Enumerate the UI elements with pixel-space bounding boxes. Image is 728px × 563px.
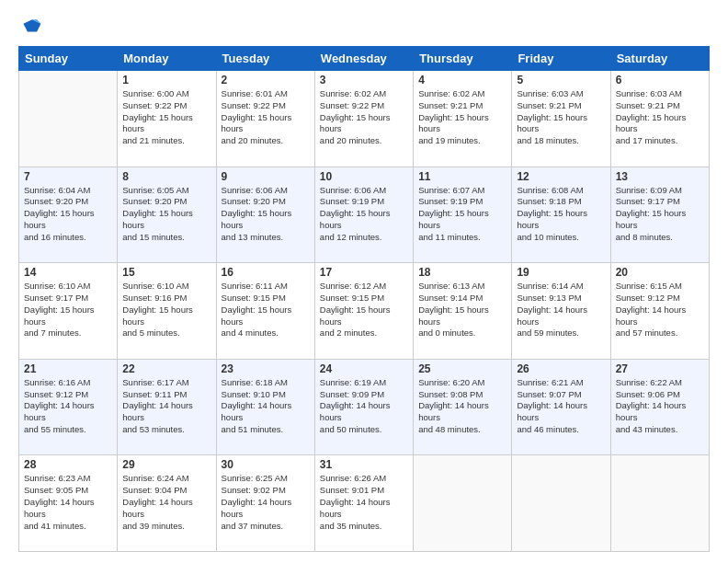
- calendar-cell: 2Sunrise: 6:01 AMSunset: 9:22 PMDaylight…: [216, 71, 314, 167]
- sunset-text: Sunset: 9:18 PM: [517, 196, 581, 206]
- daylight-text: Daylight: 15 hours hours: [517, 208, 587, 230]
- daylight-continued: and 20 minutes.: [320, 135, 382, 145]
- calendar-cell: 23Sunrise: 6:18 AMSunset: 9:10 PMDayligh…: [216, 359, 314, 455]
- daylight-text: Daylight: 14 hours hours: [122, 400, 193, 422]
- sunrise-text: Sunrise: 6:03 AM: [616, 88, 682, 98]
- daylight-continued: and 0 minutes.: [418, 327, 475, 338]
- daylight-continued: and 37 minutes.: [222, 521, 284, 531]
- sunrise-text: Sunrise: 6:08 AM: [517, 185, 583, 195]
- sunrise-text: Sunrise: 6:26 AM: [320, 473, 386, 483]
- sunrise-text: Sunrise: 6:09 AM: [616, 185, 682, 195]
- daylight-text: Daylight: 14 hours hours: [517, 304, 587, 327]
- calendar-week-row: 1Sunrise: 6:00 AMSunset: 9:22 PMDaylight…: [19, 71, 710, 167]
- calendar-cell: 30Sunrise: 6:25 AMSunset: 9:02 PMDayligh…: [216, 455, 314, 552]
- daylight-text: Daylight: 15 hours hours: [418, 112, 489, 134]
- calendar-week-row: 21Sunrise: 6:16 AMSunset: 9:12 PMDayligh…: [19, 359, 710, 455]
- daylight-text: Daylight: 14 hours hours: [418, 400, 489, 422]
- calendar-cell: 10Sunrise: 6:06 AMSunset: 9:19 PMDayligh…: [314, 167, 413, 263]
- daylight-text: Daylight: 15 hours hours: [222, 304, 292, 327]
- sunrise-text: Sunrise: 6:10 AM: [24, 281, 90, 291]
- sunrise-text: Sunrise: 6:20 AM: [418, 377, 484, 387]
- daylight-text: Daylight: 14 hours hours: [222, 497, 292, 519]
- day-number: 24: [320, 362, 408, 375]
- daylight-continued: and 46 minutes.: [517, 424, 579, 434]
- sunset-text: Sunset: 9:01 PM: [320, 485, 384, 495]
- daylight-continued: and 18 minutes.: [517, 135, 579, 145]
- daylight-text: Daylight: 15 hours hours: [320, 112, 391, 134]
- daylight-continued: and 5 minutes.: [122, 327, 179, 338]
- day-number: 21: [24, 362, 112, 375]
- sunset-text: Sunset: 9:12 PM: [24, 389, 88, 399]
- sunset-text: Sunset: 9:15 PM: [320, 293, 384, 303]
- calendar-cell: 11Sunrise: 6:07 AMSunset: 9:19 PMDayligh…: [414, 167, 512, 263]
- daylight-continued: and 41 minutes.: [24, 521, 86, 531]
- sunset-text: Sunset: 9:22 PM: [320, 100, 384, 110]
- daylight-text: Daylight: 15 hours hours: [616, 112, 687, 134]
- day-info: Sunrise: 6:10 AMSunset: 9:16 PMDaylight:…: [122, 281, 210, 339]
- daylight-continued: and 13 minutes.: [222, 232, 284, 242]
- sunset-text: Sunset: 9:02 PM: [222, 485, 286, 495]
- calendar-header-row: SundayMondayTuesdayWednesdayThursdayFrid…: [19, 47, 710, 71]
- sunrise-text: Sunrise: 6:23 AM: [24, 473, 90, 483]
- daylight-text: Daylight: 15 hours hours: [418, 208, 489, 230]
- sunrise-text: Sunrise: 6:11 AM: [222, 281, 288, 291]
- day-number: 12: [517, 170, 605, 183]
- sunset-text: Sunset: 9:07 PM: [517, 389, 581, 399]
- calendar-cell: 9Sunrise: 6:06 AMSunset: 9:20 PMDaylight…: [216, 167, 314, 263]
- daylight-text: Daylight: 15 hours hours: [122, 112, 193, 134]
- sunrise-text: Sunrise: 6:10 AM: [122, 281, 188, 291]
- calendar-cell: [19, 71, 118, 167]
- day-number: 10: [320, 170, 408, 183]
- sunrise-text: Sunrise: 6:18 AM: [222, 377, 288, 387]
- day-number: 19: [517, 266, 605, 279]
- daylight-text: Daylight: 15 hours hours: [418, 304, 489, 327]
- day-info: Sunrise: 6:06 AMSunset: 9:19 PMDaylight:…: [320, 185, 408, 244]
- day-number: 18: [418, 266, 506, 279]
- daylight-text: Daylight: 15 hours hours: [320, 208, 391, 230]
- daylight-continued: and 43 minutes.: [616, 424, 678, 434]
- daylight-continued: and 59 minutes.: [517, 327, 579, 338]
- day-number: 1: [122, 74, 210, 86]
- daylight-text: Daylight: 14 hours hours: [24, 400, 95, 422]
- calendar-cell: 3Sunrise: 6:02 AMSunset: 9:22 PMDaylight…: [314, 71, 413, 167]
- calendar-cell: [610, 455, 709, 552]
- sunset-text: Sunset: 9:10 PM: [222, 389, 286, 399]
- sunrise-text: Sunrise: 6:25 AM: [222, 473, 288, 483]
- day-number: 31: [320, 458, 408, 471]
- daylight-continued: and 17 minutes.: [616, 135, 678, 145]
- calendar-cell: 6Sunrise: 6:03 AMSunset: 9:21 PMDaylight…: [610, 71, 709, 167]
- daylight-continued: and 55 minutes.: [24, 424, 86, 434]
- logo-icon: [22, 17, 42, 37]
- calendar-cell: 14Sunrise: 6:10 AMSunset: 9:17 PMDayligh…: [19, 263, 118, 360]
- sunset-text: Sunset: 9:05 PM: [24, 485, 88, 495]
- col-header-friday: Friday: [512, 47, 610, 71]
- col-header-monday: Monday: [118, 47, 216, 71]
- daylight-continued: and 15 minutes.: [122, 232, 185, 242]
- sunset-text: Sunset: 9:12 PM: [616, 293, 680, 303]
- day-info: Sunrise: 6:02 AMSunset: 9:21 PMDaylight:…: [418, 88, 506, 147]
- day-number: 4: [418, 74, 506, 86]
- day-info: Sunrise: 6:01 AMSunset: 9:22 PMDaylight:…: [222, 88, 310, 147]
- calendar-cell: 12Sunrise: 6:08 AMSunset: 9:18 PMDayligh…: [512, 167, 610, 263]
- day-number: 8: [122, 170, 210, 183]
- calendar-cell: 20Sunrise: 6:15 AMSunset: 9:12 PMDayligh…: [610, 263, 709, 360]
- day-number: 30: [222, 458, 310, 471]
- daylight-continued: and 48 minutes.: [418, 424, 481, 434]
- daylight-text: Daylight: 14 hours hours: [122, 497, 193, 519]
- sunrise-text: Sunrise: 6:17 AM: [122, 377, 188, 387]
- calendar-cell: 22Sunrise: 6:17 AMSunset: 9:11 PMDayligh…: [118, 359, 216, 455]
- daylight-continued: and 4 minutes.: [222, 327, 279, 338]
- day-info: Sunrise: 6:19 AMSunset: 9:09 PMDaylight:…: [320, 377, 408, 436]
- calendar-cell: 13Sunrise: 6:09 AMSunset: 9:17 PMDayligh…: [610, 167, 709, 263]
- day-number: 9: [222, 170, 310, 183]
- daylight-continued: and 2 minutes.: [320, 327, 377, 338]
- sunrise-text: Sunrise: 6:21 AM: [517, 377, 583, 387]
- sunrise-text: Sunrise: 6:01 AM: [222, 88, 288, 98]
- daylight-text: Daylight: 15 hours hours: [222, 208, 292, 230]
- day-number: 5: [517, 74, 605, 86]
- day-number: 23: [222, 362, 310, 375]
- calendar-cell: 15Sunrise: 6:10 AMSunset: 9:16 PMDayligh…: [118, 263, 216, 360]
- page: SundayMondayTuesdayWednesdayThursdayFrid…: [0, 0, 728, 563]
- sunrise-text: Sunrise: 6:06 AM: [320, 185, 386, 195]
- daylight-text: Daylight: 15 hours hours: [24, 208, 95, 230]
